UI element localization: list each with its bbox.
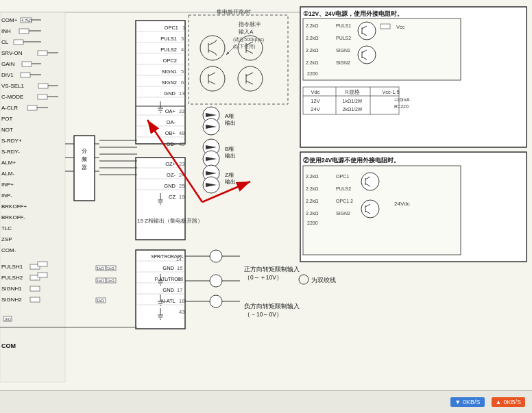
svg-point-145: [203, 118, 219, 135]
svg-line-193: [362, 57, 367, 60]
svg-point-121: [200, 36, 225, 60]
svg-line-189: [362, 26, 367, 29]
svg-point-237: [210, 250, 222, 262]
svg-rect-119: [189, 15, 288, 104]
svg-marker-153: [206, 157, 217, 161]
svg-point-187: [358, 46, 376, 64]
svg-text:2.2kΩ: 2.2kΩ: [306, 36, 318, 40]
svg-text:16: 16: [178, 276, 183, 282]
svg-rect-175: [300, 7, 527, 147]
svg-rect-46: [38, 262, 47, 266]
svg-text:CL: CL: [1, 39, 9, 45]
svg-text:SIGN2: SIGN2: [336, 60, 350, 65]
svg-text:GND: GND: [164, 183, 176, 189]
svg-rect-20: [21, 73, 30, 77]
svg-text:PULSH1: PULSH1: [1, 264, 23, 270]
svg-text:器: 器: [82, 164, 87, 171]
svg-point-186: [358, 22, 376, 40]
svg-text:6: 6: [181, 79, 184, 86]
svg-text:23: 23: [179, 161, 184, 167]
svg-line-131: [246, 42, 253, 45]
svg-rect-45: [30, 264, 40, 269]
svg-text:Vcc: Vcc: [396, 24, 405, 30]
svg-rect-0: [0, 0, 532, 390]
svg-text:输入A: 输入A: [239, 29, 254, 35]
svg-text:19: 19: [179, 194, 184, 200]
svg-rect-48: [30, 275, 40, 280]
svg-text:COM: COM: [1, 342, 16, 349]
svg-text:输出: 输出: [225, 179, 236, 185]
svg-text:(以下使用): (以下使用): [233, 44, 256, 49]
svg-text:OB+: OB+: [165, 130, 176, 136]
svg-text:1: 1: [182, 25, 185, 31]
svg-text:TLC: TLC: [1, 225, 12, 231]
svg-line-128: [215, 40, 217, 42]
main-container: COM+ 4.7kΩ INH CL SRV-ON GAIN DIV1 VS-SE…: [0, 0, 532, 413]
svg-text:=10mA: =10mA: [394, 97, 410, 102]
svg-line-135: [208, 81, 215, 84]
svg-text:①12V、24V电源，使用外接电阻时。: ①12V、24V电源，使用外接电阻时。: [303, 10, 403, 17]
svg-text:INH: INH: [1, 28, 11, 34]
svg-text:PULS2: PULS2: [336, 36, 351, 40]
svg-text:1kΩ: 1kΩ: [97, 279, 104, 283]
svg-rect-195: [380, 24, 390, 29]
svg-line-229: [365, 211, 370, 214]
svg-text:GAIN: GAIN: [1, 61, 15, 67]
svg-text:NOT: NOT: [1, 127, 13, 133]
svg-text:Vdc: Vdc: [311, 89, 320, 95]
svg-rect-26: [38, 95, 47, 99]
svg-point-123: [200, 66, 225, 91]
svg-rect-11: [14, 40, 23, 45]
svg-text:GND: GND: [164, 90, 176, 97]
svg-text:A相: A相: [225, 113, 234, 119]
svg-rect-14: [38, 51, 47, 55]
svg-text:2200: 2200: [307, 71, 318, 76]
svg-text:PULS1: PULS1: [336, 23, 351, 28]
svg-text:24: 24: [179, 172, 184, 178]
svg-text:SIGN2: SIGN2: [161, 79, 177, 86]
svg-text:2kΩ1/2W: 2kΩ1/2W: [343, 107, 363, 112]
svg-text:为双绞线: 为双绞线: [311, 277, 336, 284]
svg-text:1kΩ: 1kΩ: [107, 266, 114, 271]
svg-marker-154: [206, 171, 217, 175]
svg-marker-150: [206, 113, 217, 117]
svg-point-223: [361, 200, 379, 218]
svg-text:24Vdc: 24Vdc: [394, 201, 410, 207]
svg-text:COM+: COM+: [1, 17, 18, 23]
svg-text:OPC1: OPC1: [165, 25, 178, 31]
svg-text:1kΩ: 1kΩ: [97, 266, 104, 271]
svg-point-222: [361, 173, 379, 190]
svg-text:2200: 2200: [307, 221, 318, 225]
svg-text:2.2kΩ: 2.2kΩ: [306, 199, 318, 203]
svg-text:ZSP: ZSP: [1, 236, 12, 242]
svg-text:P-ATL/TROR: P-ATL/TROR: [155, 277, 181, 281]
svg-text:②使用24V电源不使用外接电阻时。: ②使用24V电源不使用外接电阻时。: [303, 157, 400, 164]
svg-text:N-ATL: N-ATL: [161, 298, 176, 304]
svg-text:R規格: R規格: [345, 89, 359, 95]
svg-marker-155: [206, 183, 217, 187]
svg-text:负方向转矩限制输入: 负方向转矩限制输入: [244, 303, 300, 310]
svg-line-129: [215, 53, 217, 55]
download-speed-value: 0KB/S: [463, 399, 481, 405]
svg-text:BRKOFF+: BRKOFF+: [1, 203, 27, 210]
svg-line-134: [208, 73, 215, 76]
svg-text:S-RDY-: S-RDY-: [1, 149, 20, 155]
upload-speed-container: 0KB/S: [492, 397, 525, 407]
svg-text:3: 3: [181, 36, 184, 42]
svg-rect-177: [303, 18, 461, 80]
svg-text:GND: GND: [162, 287, 174, 293]
svg-text:2.2kΩ: 2.2kΩ: [306, 186, 318, 191]
svg-point-239: [210, 295, 222, 308]
svg-text:PULS2: PULS2: [160, 47, 177, 53]
svg-line-143: [226, 45, 237, 55]
svg-text:2.2kΩ: 2.2kΩ: [306, 211, 318, 216]
svg-point-122: [238, 36, 263, 60]
svg-text:SIGNH2: SIGNH2: [1, 297, 22, 303]
svg-text:1kΩ: 1kΩ: [97, 299, 104, 303]
svg-point-124: [238, 66, 263, 91]
svg-text:输出: 输出: [225, 153, 236, 159]
svg-text:指令脉冲: 指令脉冲: [238, 21, 261, 27]
svg-text:SRV-ON: SRV-ON: [1, 50, 23, 56]
svg-rect-198: [303, 87, 399, 114]
svg-point-149: [203, 177, 219, 193]
